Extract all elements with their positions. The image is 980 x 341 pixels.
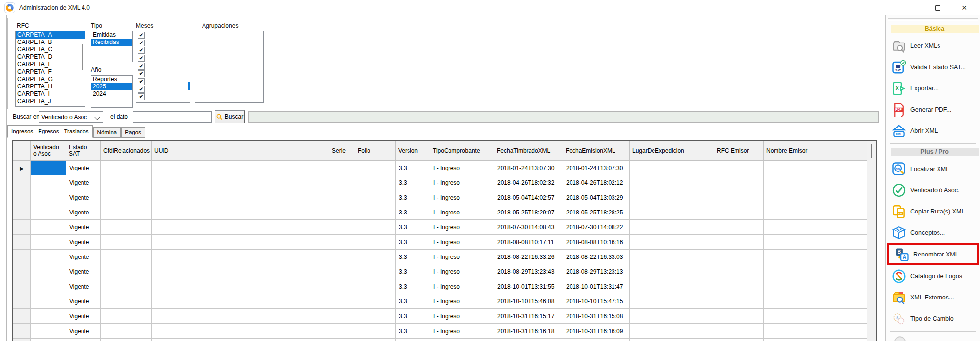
cell-tipo[interactable]: I - Ingreso [430,205,494,220]
row-selector[interactable] [13,220,31,235]
cell-timbrado[interactable]: 2018-10-31T16:15:17 [494,309,563,324]
cell-nombre_emisor[interactable] [764,205,870,220]
cell-emision[interactable]: 2018-04-26T18:02:12 [563,175,630,190]
cell-folio[interactable] [355,339,396,341]
sidebar-item-generar-pdf[interactable]: PDFGenerar PDF... [886,99,980,120]
cell-serie[interactable] [329,161,355,175]
cell-emision[interactable]: 2018-08-22T16:33:03 [563,250,630,264]
list-item[interactable]: Emitidas [91,31,132,39]
cell-cfdi[interactable] [101,161,152,175]
column-header-cfdi[interactable]: CfdiRelacionados [101,141,152,161]
close-button[interactable]: ✕ [953,0,976,15]
sidebar-item-localizar-xml[interactable]: XMLLocalizar XML [886,158,980,179]
buscar-en-combo[interactable]: Verificado o Asoc [39,111,103,123]
cell-rfc_emisor[interactable] [714,250,764,264]
cell-timbrado[interactable]: 2018-05-25T18:29:07 [494,205,563,220]
list-item[interactable]: Reportes [91,76,132,83]
cell-folio[interactable] [355,175,396,190]
cell-timbrado[interactable]: 2018-10-10T15:46:08 [494,294,563,309]
cell-version[interactable]: 3.3 [396,339,430,341]
sidebar-item-abrir-xml[interactable]: XMLAbrir XML [886,120,980,141]
cell-cfdi[interactable] [101,235,152,250]
list-item[interactable]: CARPETA_A [16,31,85,39]
cell-timbrado[interactable]: 2018-08-22T16:33:26 [494,250,563,264]
meses-checklist[interactable]: ✔✔✔✔✔✔✔✔✔ [136,31,190,103]
cell-rfc_emisor[interactable] [714,279,764,294]
cell-nombre_emisor[interactable] [764,190,870,205]
cell-timbrado[interactable]: 2018-04-26T18:02:32 [494,175,563,190]
cell-estado[interactable]: Vigente [66,161,101,175]
cell-nombre_emisor[interactable] [764,339,870,341]
cell-uuid[interactable] [152,205,329,220]
cell-version[interactable]: 3.3 [396,205,430,220]
row-selector[interactable] [13,324,31,339]
cell-verificado[interactable] [31,324,66,339]
column-header-rfc_emisor[interactable]: RFC Emisor [714,141,764,161]
cell-version[interactable]: 3.3 [396,250,430,264]
tab-n-mina[interactable]: Nómina [93,127,121,138]
list-item[interactable]: Recibidas [91,39,132,46]
rfc-listbox[interactable]: CARPETA_ACARPETA_BCARPETA_CCARPETA_DCARP… [15,31,85,107]
sidebar-item-verificado-ó-asoc[interactable]: Verificado ó Asoc. [886,179,980,201]
list-item[interactable]: CARPETA_J [16,98,85,105]
cell-rfc_emisor[interactable] [714,235,764,250]
scrollbar-thumb[interactable] [871,144,872,158]
row-selector[interactable] [13,294,31,309]
cell-cfdi[interactable] [101,294,152,309]
cell-cfdi[interactable] [101,205,152,220]
cell-emision[interactable]: 2018-07-30T14:08:22 [563,220,630,235]
month-row[interactable]: ✔ [136,78,190,85]
column-header-nombre_emisor[interactable]: Nombre Emisor [764,141,870,161]
checkbox-icon[interactable]: ✔ [138,63,145,70]
cell-emision[interactable]: 2018-01-24T13:07:30 [563,161,630,175]
cell-emision[interactable]: 2018-10-31T17:41:06 [563,339,630,341]
cell-version[interactable]: 3.3 [396,309,430,324]
sidebar-item-xml-externos[interactable]: XML Externos... [886,287,980,308]
cell-tipo[interactable]: I - Ingreso [430,294,494,309]
cell-estado[interactable]: Vigente [66,279,101,294]
cell-rfc_emisor[interactable] [714,190,764,205]
cell-folio[interactable] [355,235,396,250]
cell-tipo[interactable]: I - Ingreso [430,339,494,341]
cell-lugar[interactable] [630,205,714,220]
cell-tipo[interactable]: I - Ingreso [430,324,494,339]
cell-nombre_emisor[interactable] [764,279,870,294]
cell-rfc_emisor[interactable] [714,205,764,220]
cell-serie[interactable] [329,250,355,264]
cell-nombre_emisor[interactable] [764,309,870,324]
cell-lugar[interactable] [630,324,714,339]
column-header-timbrado[interactable]: FechaTimbradoXML [494,141,563,161]
month-row[interactable]: ✔ [136,93,190,101]
cell-uuid[interactable] [152,339,329,341]
list-item[interactable]: CARPETA_H [16,83,85,90]
checkbox-icon[interactable]: ✔ [138,40,145,46]
list-item[interactable]: CARPETA_I [16,90,85,98]
cell-timbrado[interactable]: 2018-10-31T17:41:16 [494,339,563,341]
cell-nombre_emisor[interactable] [764,294,870,309]
cell-cfdi[interactable] [101,309,152,324]
cell-rfc_emisor[interactable] [714,264,764,279]
cell-folio[interactable] [355,279,396,294]
sidebar-item-leer-xmls[interactable]: Leer XMLs [886,35,980,56]
buscar-button[interactable]: Buscar [215,110,245,123]
cell-rfc_emisor[interactable] [714,161,764,175]
sidebar-item-renombrar-xml[interactable]: BARenombrar XML... [889,245,977,263]
cell-version[interactable]: 3.3 [396,264,430,279]
list-item[interactable]: CARPETA_E [16,61,85,68]
sidebar-item-catalogo-de-logos[interactable]: Catalogo de Logos [886,265,980,287]
cell-uuid[interactable] [152,264,329,279]
checkbox-icon[interactable]: ✔ [138,93,145,100]
cell-serie[interactable] [329,175,355,190]
minimize-button[interactable] [898,0,920,15]
cell-nombre_emisor[interactable] [764,250,870,264]
cell-verificado[interactable] [31,250,66,264]
cell-folio[interactable] [355,309,396,324]
column-header-serie[interactable]: Serie [329,141,355,161]
row-selector[interactable] [13,235,31,250]
restore-button[interactable] [926,0,949,15]
cell-nombre_emisor[interactable] [764,175,870,190]
tab-ingresos-egresos-traslados[interactable]: Ingresos - Egresos - Traslados [7,125,93,138]
cell-serie[interactable] [329,309,355,324]
sidebar-item-conceptos[interactable]: Conceptos... [886,222,980,243]
month-row[interactable]: ✔ [136,31,190,39]
